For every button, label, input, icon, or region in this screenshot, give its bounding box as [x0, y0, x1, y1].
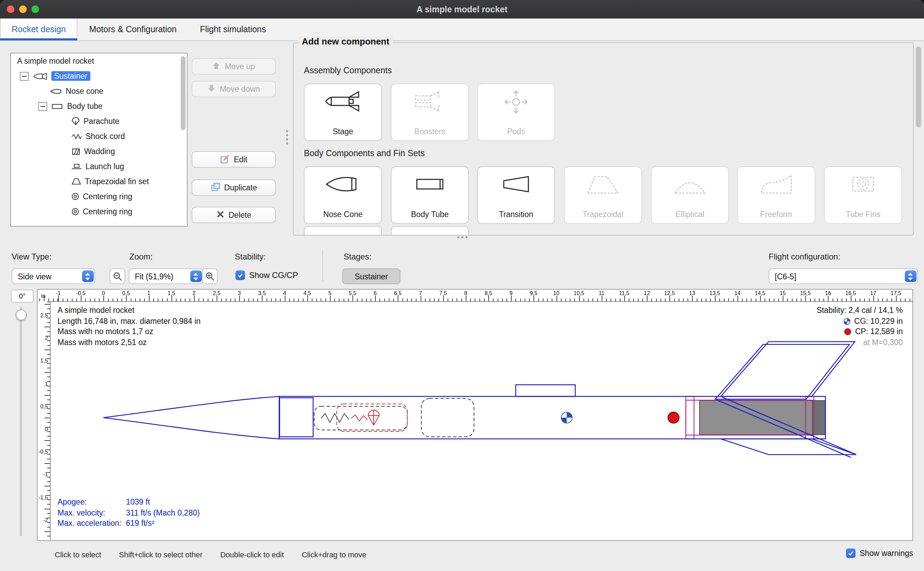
body-tube-icon [51, 102, 64, 110]
panel-scrollbar[interactable] [916, 44, 921, 234]
rotation-slider-track[interactable] [20, 307, 22, 536]
tree-item-wadding[interactable]: Wadding [11, 144, 187, 159]
ruler-y: 2,521,510,50-0,5-1-1,5-2-2,5 [38, 301, 51, 540]
parachute-icon [71, 117, 80, 125]
stage-sustainer-toggle[interactable]: Sustainer [342, 269, 400, 284]
card-label: Stage [333, 127, 353, 136]
tree-item-trapezoidal-fin-set[interactable]: Trapezoidal fin set [11, 174, 187, 189]
tab-flight-simulations[interactable]: Flight simulations [188, 19, 277, 40]
apogee-value: 1039 ft [126, 497, 150, 508]
show-cgcp-checkbox-row[interactable]: Show CG/CP [236, 270, 298, 280]
magnifier-minus-icon [112, 272, 122, 281]
view-type-select[interactable]: Side view [12, 269, 95, 284]
panel-scrollbar-thumb[interactable] [916, 46, 921, 127]
main-tab-bar: Rocket design Motors & Configuration Fli… [0, 19, 924, 41]
flight-configuration-select[interactable]: [C6-5] [768, 269, 918, 284]
fullscreen-window-button[interactable] [31, 6, 39, 13]
cp-legend-icon [844, 328, 852, 336]
tree-item-label: Centering ring [83, 192, 132, 201]
tree-item-parachute[interactable]: Parachute [11, 114, 187, 129]
hint-double-click: Double-click to edit [220, 551, 284, 559]
rotation-slider-knob[interactable] [16, 309, 27, 320]
add-pods-card: Pods [477, 83, 555, 141]
component-card-partial[interactable] [391, 226, 469, 236]
zoom-select[interactable]: Fit (51,9%) [129, 269, 203, 284]
card-label: Body Tube [411, 210, 449, 218]
tree-item-label: A simple model rocket [17, 57, 94, 65]
tree-scrollbar-thumb[interactable] [181, 56, 185, 130]
cg-text: CG: 10,229 in [854, 316, 903, 327]
add-boosters-card: Boosters [391, 83, 469, 141]
card-label: Elliptical [676, 210, 704, 218]
add-stage-card[interactable]: Stage [304, 83, 382, 141]
tab-rocket-design[interactable]: Rocket design [0, 19, 77, 40]
card-label: Tube Fins [845, 210, 880, 218]
wadding-icon [71, 148, 81, 155]
pods-icon [497, 89, 534, 116]
tree-scrollbar[interactable] [181, 55, 186, 225]
centering-ring-icon [71, 207, 79, 216]
tree-item-body-tube[interactable]: Body tube [11, 99, 187, 114]
tree-item-sustainer[interactable]: Sustainer [11, 68, 187, 83]
edit-button[interactable]: Edit [192, 151, 276, 168]
flight-estimates-block: Apogee:1039 ft Max. velocity:311 ft/s (M… [57, 497, 200, 529]
tree-item-shock-cord[interactable]: Shock cord [11, 129, 187, 144]
view-type-label: View Type: [12, 252, 52, 262]
tree-item-launch-lug[interactable]: Launch lug [11, 159, 187, 174]
max-acceleration-value: 619 ft/s² [126, 518, 154, 529]
body-tube-icon [411, 172, 448, 199]
zoom-out-button[interactable] [109, 269, 125, 284]
panel-splitter-handle[interactable] [286, 130, 288, 145]
tree-item-label: Body tube [67, 102, 103, 110]
tab-motors-configuration[interactable]: Motors & Configuration [77, 19, 188, 40]
button-label: Duplicate [224, 184, 257, 192]
rocket-canvas[interactable]: -1-0,500,511,522,533,544,555,566,577,588… [37, 289, 913, 541]
select-chevrons-icon [82, 270, 94, 282]
rocket-name-text: A simple model rocket [57, 306, 200, 316]
add-trapezoidal-fin-card: Trapezoidal [564, 167, 642, 224]
cg-legend-icon [843, 318, 851, 325]
tree-item-centering-ring-1[interactable]: Centering ring [11, 189, 187, 204]
max-velocity-value: 311 ft/s (Mach 0,280) [126, 508, 200, 518]
tree-item-rocket-root[interactable]: A simple model rocket [11, 53, 187, 68]
collapse-toggle-icon[interactable] [20, 71, 29, 80]
tree-item-centering-ring-2[interactable]: Centering ring [11, 204, 187, 219]
apogee-label: Apogee: [57, 497, 126, 508]
collapse-toggle-icon[interactable] [38, 102, 47, 111]
add-transition-card[interactable]: Transition [477, 167, 555, 224]
rotation-value[interactable]: 0° [11, 290, 34, 302]
window-controls [7, 0, 39, 19]
arrow-down-icon [207, 84, 216, 94]
cp-marker [668, 412, 679, 423]
tree-item-label: Nose cone [66, 87, 103, 95]
close-window-button[interactable] [7, 6, 14, 13]
move-down-button[interactable]: Move down [192, 81, 276, 97]
add-nose-cone-card[interactable]: Nose Cone [304, 167, 382, 224]
button-label: Edit [234, 156, 248, 164]
minimize-window-button[interactable] [19, 6, 27, 13]
show-warnings-checkbox-row[interactable]: Show warnings [846, 548, 913, 558]
tree-item-nose-cone[interactable]: Nose cone [11, 83, 187, 99]
add-body-tube-card[interactable]: Body Tube [391, 167, 469, 224]
flight-configuration-value: [C6-5] [775, 272, 796, 280]
title-bar: A simple model rocket [0, 0, 924, 19]
horizontal-splitter-handle[interactable] [457, 236, 468, 238]
delete-button[interactable]: Delete [192, 207, 276, 223]
window-title: A simple model rocket [416, 5, 508, 14]
tree-item-label: Sustainer [51, 71, 90, 81]
assembly-components-label: Assembly Components [304, 66, 392, 75]
rocket-info-block: A simple model rocket Length 16,748 in, … [57, 306, 200, 348]
select-chevrons-icon [190, 270, 202, 282]
max-acceleration-label: Max. acceleration: [57, 518, 126, 529]
checkbox-checked-icon[interactable] [846, 548, 856, 558]
fin-set-icon [71, 178, 82, 185]
card-label: Freeform [760, 210, 792, 218]
duplicate-button[interactable]: Duplicate [192, 179, 276, 196]
ruler-unit: in [41, 292, 46, 299]
tree-item-label: Shock cord [86, 132, 125, 140]
zoom-in-button[interactable] [202, 269, 218, 284]
flight-configuration-label: Flight configuration: [768, 252, 840, 262]
component-card-partial[interactable] [304, 226, 382, 236]
move-up-button[interactable]: Move up [192, 58, 276, 75]
checkbox-checked-icon[interactable] [236, 270, 245, 280]
